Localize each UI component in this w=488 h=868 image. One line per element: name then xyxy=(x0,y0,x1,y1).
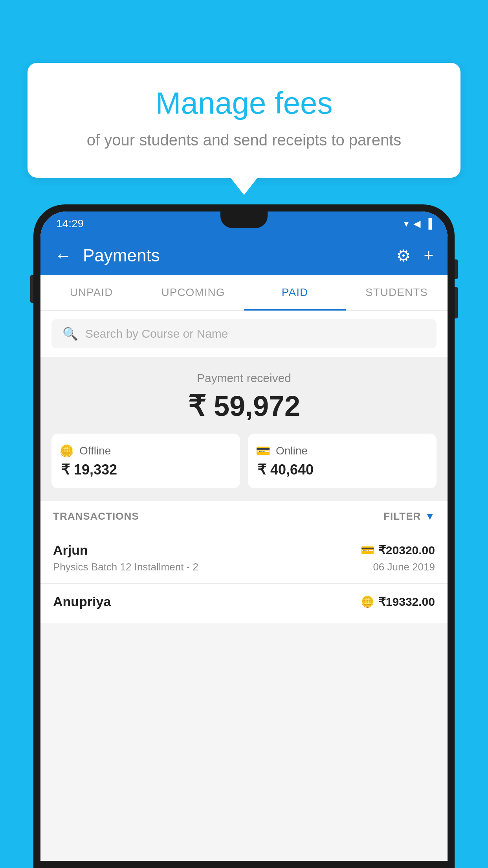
payment-received-label: Payment received xyxy=(51,371,437,385)
transaction-bottom: Physics Batch 12 Installment - 2 06 June… xyxy=(53,561,435,573)
phone-mockup: 14:29 ▾ ◀ ▐ ← Payments ⚙ + xyxy=(33,204,455,868)
tab-paid[interactable]: PAID xyxy=(244,275,346,310)
transaction-name: Arjun xyxy=(53,542,88,558)
app-bar-icons: ⚙ + xyxy=(396,246,433,265)
online-card-header: 💳 Online xyxy=(256,444,429,458)
table-row[interactable]: Arjun 💳 ₹20320.00 Physics Batch 12 Insta… xyxy=(40,532,448,583)
table-row[interactable]: Anupriya 🪙 ₹19332.00 xyxy=(40,583,448,623)
speech-bubble: Manage fees of your students and send re… xyxy=(28,63,460,178)
payment-amount: ₹ 59,972 xyxy=(51,390,437,423)
signal-icon: ◀ xyxy=(413,218,420,229)
search-bar[interactable]: 🔍 Search by Course or Name xyxy=(51,319,437,348)
payment-summary: Payment received ₹ 59,972 🪙 Offline ₹ 19… xyxy=(40,357,448,501)
offline-icon: 🪙 xyxy=(59,444,74,458)
online-amount: ₹ 40,640 xyxy=(256,462,429,478)
search-icon: 🔍 xyxy=(62,326,78,341)
filter-label: FILTER xyxy=(383,510,421,522)
speech-bubble-section: Manage fees of your students and send re… xyxy=(28,63,460,178)
settings-icon[interactable]: ⚙ xyxy=(396,246,411,265)
side-button-left xyxy=(30,275,33,303)
transaction-top: Anupriya 🪙 ₹19332.00 xyxy=(53,594,435,609)
battery-icon: ▐ xyxy=(425,218,432,229)
app-title: Payments xyxy=(83,246,385,265)
online-icon: 💳 xyxy=(256,444,270,458)
filter-container[interactable]: FILTER ▼ xyxy=(383,510,435,522)
offline-card-header: 🪙 Offline xyxy=(59,444,232,458)
transaction-date: 06 June 2019 xyxy=(373,561,435,573)
status-bar: 14:29 ▾ ◀ ▐ xyxy=(40,211,448,236)
bubble-title: Manage fees xyxy=(59,86,429,120)
add-icon[interactable]: + xyxy=(424,246,433,265)
status-icons: ▾ ◀ ▐ xyxy=(404,218,432,229)
amount-container: 💳 ₹20320.00 xyxy=(361,543,435,557)
search-input[interactable]: Search by Course or Name xyxy=(85,327,228,340)
filter-icon: ▼ xyxy=(425,510,435,522)
offline-payment-icon: 🪙 xyxy=(361,595,374,608)
payment-cards: 🪙 Offline ₹ 19,332 💳 Online ₹ 40,640 xyxy=(51,434,437,488)
transaction-top: Arjun 💳 ₹20320.00 xyxy=(53,542,435,558)
app-bar: ← Payments ⚙ + xyxy=(40,236,448,275)
search-container: 🔍 Search by Course or Name xyxy=(40,311,448,357)
online-payment-icon: 💳 xyxy=(361,544,374,557)
transaction-amount: ₹20320.00 xyxy=(378,543,435,557)
amount-container: 🪙 ₹19332.00 xyxy=(361,595,435,609)
offline-amount: ₹ 19,332 xyxy=(59,462,232,478)
tab-upcoming[interactable]: UPCOMING xyxy=(142,275,244,310)
transaction-name: Anupriya xyxy=(53,594,111,609)
transactions-label: TRANSACTIONS xyxy=(53,510,139,522)
transactions-header: TRANSACTIONS FILTER ▼ xyxy=(40,501,448,532)
status-time: 14:29 xyxy=(56,217,84,230)
tabs: UNPAID UPCOMING PAID STUDENTS xyxy=(40,275,448,311)
tab-unpaid[interactable]: UNPAID xyxy=(40,275,142,310)
bubble-subtitle: of your students and send receipts to pa… xyxy=(59,130,429,150)
tab-students[interactable]: STUDENTS xyxy=(346,275,448,310)
online-label: Online xyxy=(276,445,308,457)
side-button-right-1 xyxy=(455,259,458,279)
offline-label: Offline xyxy=(79,445,111,457)
transaction-amount: ₹19332.00 xyxy=(378,595,435,609)
back-button[interactable]: ← xyxy=(55,246,72,265)
phone-screen: 14:29 ▾ ◀ ▐ ← Payments ⚙ + xyxy=(40,211,448,861)
notch xyxy=(220,211,268,228)
side-button-right-2 xyxy=(455,287,458,318)
transaction-description: Physics Batch 12 Installment - 2 xyxy=(53,561,198,573)
phone-outer: 14:29 ▾ ◀ ▐ ← Payments ⚙ + xyxy=(33,204,455,868)
offline-card: 🪙 Offline ₹ 19,332 xyxy=(51,434,240,488)
wifi-icon: ▾ xyxy=(404,218,409,229)
online-card: 💳 Online ₹ 40,640 xyxy=(248,434,437,488)
